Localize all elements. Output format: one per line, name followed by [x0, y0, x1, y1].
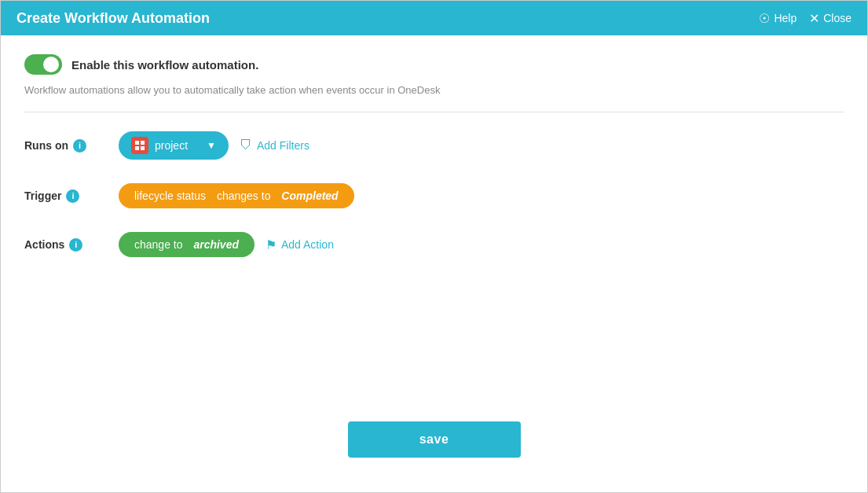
modal-container: Create Workflow Automation ☉ Help ✕ Clos…	[0, 0, 868, 493]
actions-label-container: Actions i	[24, 238, 119, 252]
runs-on-value: project	[155, 139, 188, 152]
trigger-text-middle: changes to	[217, 189, 271, 202]
add-filters-button[interactable]: ⛉ Add Filters	[240, 138, 309, 153]
trigger-pill[interactable]: lifecycle status changes to Completed	[119, 183, 354, 208]
runs-on-content: project ▼ ⛉ Add Filters	[119, 131, 309, 160]
svg-rect-2	[135, 146, 139, 150]
modal-body: Enable this workflow automation. Workflo…	[1, 35, 867, 492]
help-label: Help	[774, 12, 797, 24]
close-icon: ✕	[809, 11, 819, 26]
runs-on-row: Runs on i project	[24, 131, 844, 160]
trigger-text-before: lifecycle status	[134, 189, 206, 202]
runs-on-label: Runs on	[24, 139, 68, 152]
header-actions: ☉ Help ✕ Close	[759, 11, 852, 26]
actions-row: Actions i change to archived ⚑ Add Actio…	[24, 232, 844, 257]
action-pill[interactable]: change to archived	[119, 232, 255, 257]
filter-icon: ⛉	[240, 138, 252, 153]
runs-on-info-icon[interactable]: i	[73, 139, 86, 153]
divider	[24, 112, 844, 112]
action-text-before: change to	[134, 238, 183, 251]
trigger-text-value: Completed	[281, 189, 338, 202]
project-icon	[131, 137, 148, 154]
save-button[interactable]: save	[348, 421, 521, 458]
enable-row: Enable this workflow automation.	[24, 54, 844, 75]
actions-info-icon[interactable]: i	[69, 238, 82, 252]
add-action-button[interactable]: ⚑ Add Action	[266, 237, 334, 252]
trigger-row: Trigger i lifecycle status changes to Co…	[24, 183, 844, 208]
close-label: Close	[823, 12, 852, 24]
trigger-label: Trigger	[24, 189, 61, 202]
trigger-label-container: Trigger i	[24, 189, 119, 203]
runs-on-label-container: Runs on i	[24, 139, 119, 153]
dropdown-arrow-icon: ▼	[207, 140, 216, 151]
help-button[interactable]: ☉ Help	[759, 11, 797, 26]
trigger-info-icon[interactable]: i	[66, 189, 79, 203]
modal-header: Create Workflow Automation ☉ Help ✕ Clos…	[1, 1, 867, 35]
add-action-label: Add Action	[281, 238, 334, 251]
enable-toggle[interactable]	[24, 54, 62, 75]
runs-on-dropdown[interactable]: project ▼	[119, 131, 229, 160]
trigger-content: lifecycle status changes to Completed	[119, 183, 354, 208]
description-text: Workflow automations allow you to automa…	[24, 84, 844, 96]
enable-label: Enable this workflow automation.	[71, 58, 258, 72]
close-button[interactable]: ✕ Close	[809, 11, 852, 26]
help-icon: ☉	[759, 11, 770, 26]
flag-icon: ⚑	[266, 237, 277, 252]
svg-rect-1	[141, 141, 145, 145]
svg-rect-0	[135, 141, 139, 145]
actions-label: Actions	[24, 238, 64, 251]
modal-title: Create Workflow Automation	[16, 10, 210, 27]
form-rows: Runs on i project	[24, 131, 844, 257]
action-text-value: archived	[193, 238, 239, 251]
svg-rect-3	[141, 146, 145, 150]
add-filters-label: Add Filters	[257, 139, 309, 152]
save-area: save	[24, 390, 844, 473]
actions-content: change to archived ⚑ Add Action	[119, 232, 334, 257]
project-svg-icon	[134, 140, 145, 151]
